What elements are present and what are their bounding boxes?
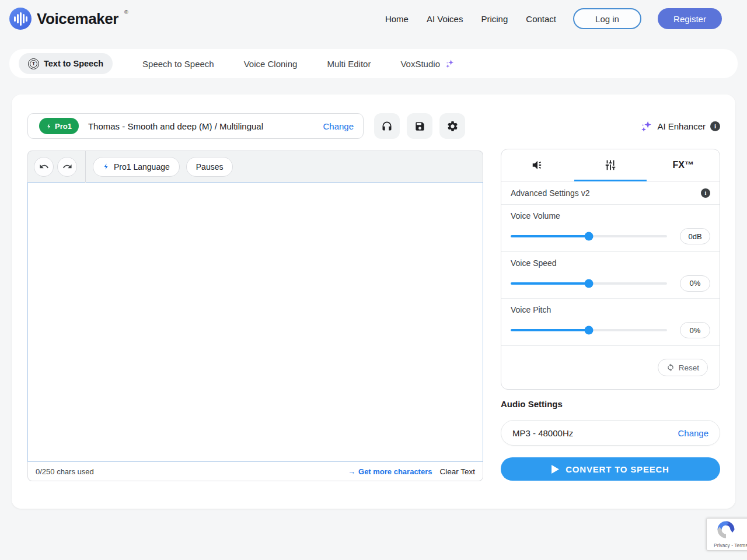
- voice-speed-value: 0%: [680, 275, 710, 292]
- voice-speed-slider[interactable]: [511, 282, 667, 285]
- voice-pitch-value: 0%: [680, 322, 710, 338]
- pro1-language-label: Pro1 Language: [114, 162, 170, 172]
- settings-panel: FX™ Advanced Settings v2 Voice Volume 0d…: [501, 149, 720, 390]
- plan-badge: Pro1: [39, 118, 79, 134]
- tab-voice-cloning[interactable]: Voice Cloning: [244, 59, 298, 69]
- save-button[interactable]: [407, 113, 432, 139]
- bolt-icon: [46, 123, 52, 130]
- tab-fx[interactable]: FX™: [647, 149, 720, 181]
- brand-logo[interactable]: Voicemaker ®: [9, 8, 128, 30]
- pauses-label: Pauses: [196, 162, 224, 172]
- voice-pitch-section: Voice Pitch 0%: [501, 299, 720, 346]
- bolt-icon: [103, 162, 110, 171]
- recaptcha-icon: [717, 521, 735, 538]
- sync-icon: [666, 363, 675, 372]
- settings-panel-tabs: FX™: [501, 149, 720, 181]
- text-to-speech-icon: [28, 58, 39, 69]
- nav-link-ai-voices[interactable]: AI Voices: [427, 14, 463, 24]
- advanced-settings-info-icon[interactable]: [701, 188, 710, 198]
- ai-enhancer-info-icon[interactable]: [710, 121, 720, 131]
- change-audio-settings-link[interactable]: Change: [678, 428, 708, 438]
- settings-button[interactable]: [439, 113, 465, 139]
- voice-speed-section: Voice Speed 0%: [501, 252, 720, 299]
- tab-voice-effects[interactable]: [501, 149, 574, 181]
- convert-to-speech-label: CONVERT TO SPEECH: [566, 464, 669, 474]
- recaptcha-privacy-terms[interactable]: Privacy - Terms: [714, 542, 747, 548]
- undo-button[interactable]: [34, 157, 54, 177]
- tab-text-to-speech[interactable]: Text to Speech: [19, 53, 113, 74]
- gear-icon: [446, 120, 459, 132]
- nav-link-contact[interactable]: Contact: [526, 14, 556, 24]
- tab-label: VoxStudio: [400, 59, 440, 69]
- convert-to-speech-button[interactable]: CONVERT TO SPEECH: [501, 457, 720, 481]
- main-card: Pro1 Thomas - Smooth and deep (M) / Mult…: [12, 94, 735, 509]
- ai-sparkles-icon: [640, 120, 652, 132]
- sparkles-icon: [445, 59, 455, 69]
- slider-fill: [511, 282, 589, 285]
- voice-selector[interactable]: Pro1 Thomas - Smooth and deep (M) / Mult…: [27, 113, 364, 139]
- voice-pitch-slider[interactable]: [511, 329, 667, 331]
- tab-label: Speech to Speech: [142, 59, 214, 69]
- audio-format-row: MP3 - 48000Hz Change: [501, 420, 720, 446]
- change-voice-link[interactable]: Change: [323, 121, 354, 131]
- voice-volume-section: Voice Volume 0dB: [501, 205, 720, 252]
- voice-volume-label: Voice Volume: [511, 211, 710, 220]
- sliders-icon: [604, 159, 617, 172]
- tab-advanced-settings[interactable]: [574, 149, 647, 181]
- redo-icon: [62, 162, 72, 172]
- plan-badge-label: Pro1: [55, 122, 72, 131]
- header: Voicemaker ® Home AI Voices Pricing Cont…: [0, 0, 747, 37]
- char-counter: 0/250 chars used: [36, 467, 94, 476]
- reset-label: Reset: [679, 363, 699, 372]
- tab-speech-to-speech[interactable]: Speech to Speech: [142, 59, 214, 69]
- editor: Pro1 Language Pauses 0/250 chars used → …: [27, 150, 483, 481]
- audio-settings-title: Audio Settings: [501, 399, 563, 409]
- pro1-language-button[interactable]: Pro1 Language: [93, 157, 180, 177]
- get-more-characters-link[interactable]: → Get more characters: [348, 467, 432, 476]
- editor-toolbar: Pro1 Language Pauses: [27, 150, 483, 182]
- feature-tabbar: Text to Speech Speech to Speech Voice Cl…: [9, 49, 738, 78]
- register-button[interactable]: Register: [658, 8, 722, 29]
- speaker-icon: [531, 159, 544, 172]
- slider-thumb[interactable]: [585, 232, 594, 241]
- voice-pitch-label: Voice Pitch: [511, 305, 710, 314]
- main-nav: Home AI Voices Pricing Contact Log in Re…: [385, 8, 722, 29]
- fx-tab-label: FX™: [672, 160, 693, 170]
- tab-label: Multi Editor: [327, 59, 371, 69]
- tab-voxstudio[interactable]: VoxStudio: [400, 59, 455, 69]
- text-input[interactable]: [27, 182, 483, 462]
- headphones-icon: [381, 120, 393, 132]
- arrow-right-icon: →: [348, 467, 355, 476]
- slider-thumb[interactable]: [585, 279, 594, 288]
- play-icon: [551, 465, 559, 474]
- ai-enhancer-label: AI Enhancer: [657, 121, 706, 131]
- brand-trademark: ®: [124, 9, 128, 15]
- redo-button[interactable]: [57, 157, 77, 177]
- brand-name: Voicemaker: [37, 8, 118, 30]
- voicemaker-logo-icon: [9, 8, 32, 30]
- ai-enhancer: AI Enhancer: [640, 113, 720, 139]
- listen-button[interactable]: [374, 113, 400, 139]
- reset-button[interactable]: Reset: [658, 359, 708, 376]
- slider-thumb[interactable]: [585, 326, 594, 335]
- editor-footer: 0/250 chars used → Get more characters C…: [27, 462, 483, 481]
- tab-label: Voice Cloning: [244, 59, 298, 69]
- tab-multi-editor[interactable]: Multi Editor: [327, 59, 371, 69]
- login-button[interactable]: Log in: [573, 8, 641, 29]
- toolbar-divider: [85, 151, 86, 183]
- quick-actions: [374, 113, 465, 139]
- clear-text-button[interactable]: Clear Text: [439, 467, 475, 476]
- nav-link-pricing[interactable]: Pricing: [481, 14, 508, 24]
- slider-fill: [511, 329, 589, 331]
- nav-link-home[interactable]: Home: [385, 14, 409, 24]
- save-icon: [414, 121, 425, 132]
- pauses-button[interactable]: Pauses: [186, 157, 233, 177]
- reset-row: Reset: [501, 346, 720, 389]
- audio-format-value: MP3 - 48000Hz: [512, 428, 573, 438]
- undo-icon: [39, 162, 49, 172]
- advanced-settings-header: Advanced Settings v2: [501, 181, 720, 205]
- recaptcha-badge[interactable]: Privacy - Terms: [706, 518, 747, 551]
- slider-fill: [511, 235, 589, 237]
- tab-label: Text to Speech: [44, 59, 103, 68]
- voice-volume-slider[interactable]: [511, 235, 667, 237]
